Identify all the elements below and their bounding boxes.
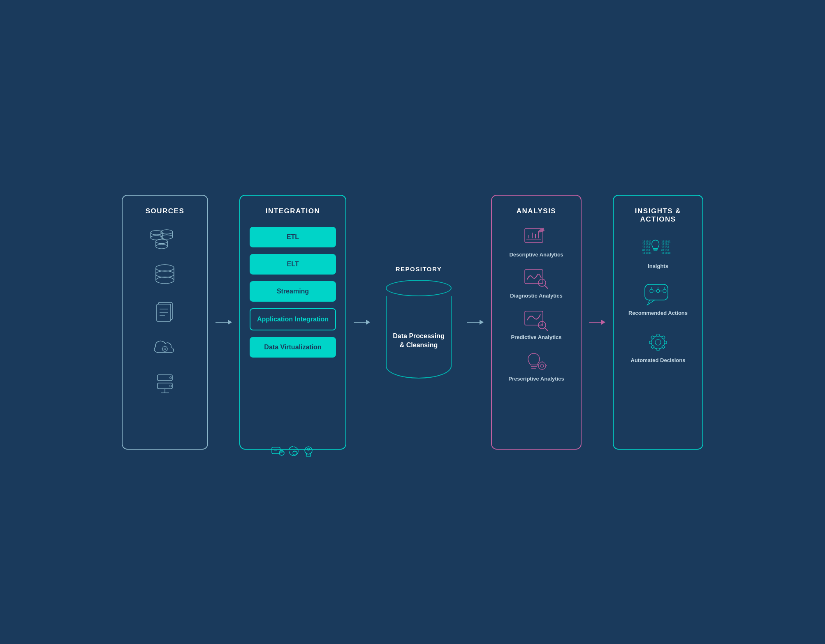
svg-point-16 — [156, 277, 174, 284]
svg-rect-99 — [657, 348, 659, 351]
sources-panel: SOURCES — [122, 195, 208, 450]
elt-button[interactable]: ELT — [250, 254, 336, 275]
application-integration-button[interactable]: Application Integration — [250, 308, 336, 330]
analysis-panel: ANALYSIS Descriptive Analytics — [491, 195, 582, 450]
sources-list — [131, 227, 199, 396]
predictive-analytics-label: Predictive Analytics — [511, 334, 561, 341]
svg-marker-50 — [366, 320, 370, 325]
insights-list: 101011 101101 10110 01110 111101 101011 … — [622, 235, 694, 365]
cloud-gear-icon — [148, 335, 181, 360]
diagnostic-analytics-item: Diagnostic Analytics — [510, 268, 562, 300]
diagnostic-analytics-icon — [523, 268, 549, 290]
svg-line-28 — [163, 346, 163, 347]
svg-marker-74 — [601, 320, 605, 325]
svg-rect-34 — [158, 383, 172, 389]
sources-title: SOURCES — [146, 207, 185, 215]
svg-text:01110: 01110 — [661, 248, 669, 251]
svg-point-8 — [156, 239, 167, 244]
arrow-integration-to-repository — [354, 317, 370, 327]
svg-line-64 — [545, 328, 548, 331]
etl-button[interactable]: ETL — [250, 227, 336, 247]
svg-text:101101: 101101 — [642, 242, 652, 245]
svg-rect-105 — [662, 345, 665, 349]
svg-rect-18 — [157, 304, 171, 321]
arrow-repository-to-analysis — [467, 317, 484, 327]
data-virtualization-button[interactable]: Data Virtualization — [250, 337, 336, 358]
svg-point-0 — [151, 231, 162, 235]
svg-point-4 — [161, 230, 172, 234]
insights-label: Insights — [648, 263, 668, 270]
diagram-container: SOURCES — [122, 195, 703, 450]
svg-text:10110: 10110 — [642, 245, 650, 248]
descriptive-analytics-label: Descriptive Analytics — [509, 252, 563, 259]
svg-point-23 — [164, 348, 166, 350]
svg-rect-59 — [525, 270, 543, 284]
svg-point-47 — [307, 448, 310, 450]
cylinder-body: Data Processing & Cleansing — [386, 296, 452, 379]
svg-point-97 — [655, 339, 661, 345]
automated-decisions-icon — [642, 329, 674, 354]
automated-decisions-item: Automated Decisions — [631, 329, 686, 364]
svg-marker-52 — [480, 320, 484, 325]
svg-rect-87 — [645, 284, 668, 300]
svg-text:10110: 10110 — [661, 245, 669, 248]
analysis-list: Descriptive Analytics Diagnostic Analyti… — [500, 227, 572, 383]
recommended-actions-label: Recommended Actions — [628, 310, 688, 317]
svg-line-30 — [167, 346, 167, 347]
recommended-actions-item: Recommended Actions — [628, 282, 688, 317]
svg-point-90 — [663, 289, 666, 293]
insights-icon: 101011 101101 10110 01110 111101 101011 … — [642, 235, 674, 260]
cylinder: Data Processing & Cleansing — [386, 280, 452, 379]
single-database-icon — [148, 263, 181, 288]
prescriptive-analytics-icon — [523, 351, 549, 373]
cylinder-top — [386, 280, 452, 296]
svg-point-12 — [156, 265, 174, 271]
svg-rect-101 — [664, 341, 667, 344]
server-icon — [148, 372, 181, 396]
repository-panel: REPOSITORY Data Processing & Cleansing — [378, 265, 460, 379]
svg-text:101011: 101011 — [661, 240, 671, 242]
streaming-button[interactable]: Streaming — [250, 281, 336, 302]
documents-icon — [148, 299, 181, 324]
arrow-sources-to-integration — [216, 317, 232, 327]
svg-rect-32 — [158, 375, 172, 381]
svg-line-61 — [545, 286, 548, 289]
svg-point-67 — [538, 362, 546, 369]
svg-line-31 — [163, 351, 163, 351]
integration-list: ETL ELT Streaming Application Integratio… — [248, 227, 337, 358]
predictive-analytics-icon — [523, 309, 549, 332]
svg-point-88 — [650, 289, 653, 293]
svg-rect-40 — [272, 447, 280, 454]
svg-text:01110: 01110 — [642, 248, 650, 251]
svg-line-29 — [167, 351, 167, 351]
insights-item: 101011 101101 10110 01110 111101 101011 … — [642, 235, 674, 270]
svg-point-7 — [161, 235, 172, 239]
recommended-actions-icon — [642, 282, 674, 307]
arrow-analysis-to-insights — [589, 317, 605, 327]
svg-text:111010: 111010 — [661, 252, 671, 254]
svg-rect-98 — [657, 334, 659, 337]
prescriptive-analytics-label: Prescriptive Analytics — [508, 376, 564, 383]
prescriptive-analytics-item: Prescriptive Analytics — [508, 351, 564, 383]
svg-rect-102 — [651, 336, 654, 339]
descriptive-analytics-icon — [523, 227, 549, 249]
cylinder-text: Data Processing & Cleansing — [390, 332, 447, 350]
svg-point-11 — [156, 244, 167, 249]
automated-decisions-label: Automated Decisions — [631, 357, 686, 364]
repository-title: REPOSITORY — [396, 265, 442, 272]
integration-title: INTEGRATION — [266, 207, 320, 215]
svg-point-33 — [170, 376, 172, 379]
svg-point-68 — [540, 364, 544, 367]
predictive-analytics-item: Predictive Analytics — [511, 309, 561, 341]
svg-rect-100 — [649, 341, 652, 344]
svg-text:11101: 11101 — [661, 242, 669, 245]
svg-point-89 — [656, 289, 660, 293]
insights-title: INSIGHTS & ACTIONS — [622, 207, 694, 224]
svg-rect-104 — [651, 345, 654, 349]
databases-icon — [148, 227, 181, 252]
svg-point-15 — [156, 271, 174, 277]
integration-bottom-icons — [271, 444, 315, 458]
svg-text:111101: 111101 — [642, 252, 652, 254]
svg-text:101011: 101011 — [642, 240, 652, 242]
insights-panel: INSIGHTS & ACTIONS 101011 101101 10110 0… — [613, 195, 703, 450]
